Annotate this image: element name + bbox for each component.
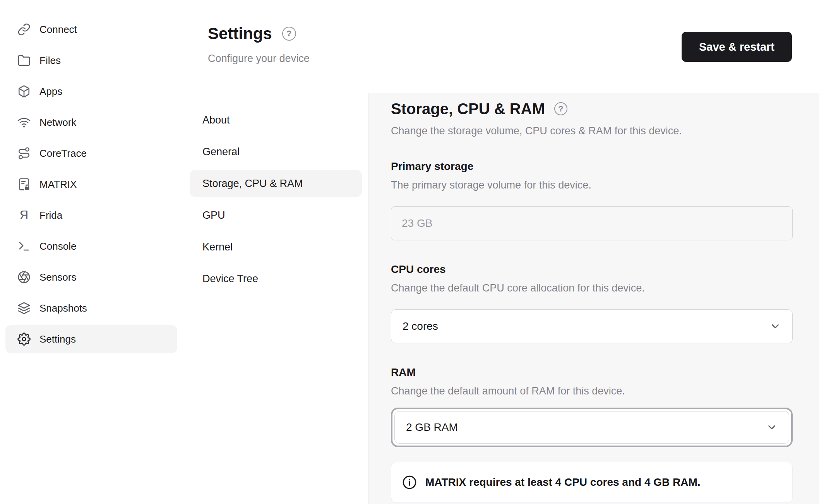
- sidebar-item-apps[interactable]: Apps: [5, 77, 177, 105]
- cpu-cores-description: Change the default CPU core allocation f…: [391, 281, 793, 295]
- ram-value: 2 GB RAM: [406, 421, 458, 434]
- subnav-item-about[interactable]: About: [190, 106, 362, 134]
- chevron-down-icon: [769, 321, 781, 332]
- primary-storage-description: The primary storage volume for this devi…: [391, 178, 793, 192]
- wifi-icon: [17, 116, 31, 129]
- panel-description: Change the storage volume, CPU cores & R…: [391, 124, 793, 137]
- sidebar-item-label: Connect: [39, 24, 77, 36]
- route-icon: [17, 147, 31, 160]
- storage-cpu-ram-panel: Storage, CPU & RAM ? Change the storage …: [369, 93, 819, 504]
- sidebar-item-connect[interactable]: Connect: [5, 15, 177, 43]
- layers-icon: [17, 302, 31, 315]
- page-subtitle: Configure your device: [208, 53, 310, 65]
- link-icon: [17, 23, 31, 36]
- save-restart-button[interactable]: Save & restart: [682, 32, 792, 62]
- subnav-item-device-tree[interactable]: Device Tree: [190, 265, 362, 292]
- page-title: Settings: [208, 24, 272, 43]
- sidebar-item-label: Snapshots: [39, 302, 87, 314]
- cpu-cores-value: 2 cores: [403, 320, 438, 333]
- settings-help-icon[interactable]: ?: [282, 27, 296, 41]
- box-icon: [17, 85, 31, 98]
- subnav-item-storage-cpu-ram[interactable]: Storage, CPU & RAM: [190, 170, 362, 197]
- sidebar-item-snapshots[interactable]: Snapshots: [5, 294, 177, 322]
- matrix-requirements-notice: MATRIX requires at least 4 CPU cores and…: [391, 462, 793, 503]
- sidebar-item-label: Files: [39, 55, 61, 67]
- settings-content: About General Storage, CPU & RAM GPU Ker…: [183, 93, 819, 504]
- info-icon: [402, 475, 417, 490]
- ram-select[interactable]: 2 GB RAM: [394, 411, 789, 444]
- sidebar-item-label: Console: [39, 240, 76, 252]
- sidebar-item-sensors[interactable]: Sensors: [5, 263, 177, 291]
- subnav-item-gpu[interactable]: GPU: [190, 202, 362, 229]
- subnav-item-general[interactable]: General: [190, 138, 362, 165]
- cpu-cores-select[interactable]: 2 cores: [391, 309, 793, 343]
- sidebar-item-label: Frida: [39, 209, 62, 221]
- storage-help-icon[interactable]: ?: [554, 102, 567, 115]
- gear-icon: [17, 333, 31, 346]
- sidebar-item-label: Settings: [39, 333, 76, 345]
- cpu-cores-label: CPU cores: [391, 263, 793, 276]
- primary-storage-label: Primary storage: [391, 160, 793, 173]
- ram-label: RAM: [391, 366, 793, 379]
- page-header: Settings ? Configure your device Save & …: [183, 0, 819, 93]
- app-root: Connect Files Apps Network CoreTrace: [0, 0, 819, 504]
- document-lock-icon: [17, 178, 31, 191]
- panel-heading: Storage, CPU & RAM: [391, 99, 545, 118]
- sidebar-item-matrix[interactable]: MATRIX: [5, 170, 177, 198]
- primary-storage-field: Primary storage The primary storage volu…: [391, 160, 793, 240]
- settings-subnav: About General Storage, CPU & RAM GPU Ker…: [183, 93, 369, 504]
- sidebar-item-files[interactable]: Files: [5, 46, 177, 74]
- sidebar-item-label: MATRIX: [39, 178, 77, 190]
- sidebar-item-coretrace[interactable]: CoreTrace: [5, 139, 177, 167]
- sidebar-item-label: Sensors: [39, 271, 76, 283]
- aperture-icon: [17, 271, 31, 284]
- chevron-down-icon: [766, 422, 778, 433]
- sidebar-item-frida[interactable]: Я Frida: [5, 201, 177, 229]
- primary-storage-input[interactable]: [391, 206, 793, 240]
- notice-text: MATRIX requires at least 4 CPU cores and…: [425, 476, 701, 489]
- sidebar-item-label: CoreTrace: [39, 147, 87, 159]
- folder-icon: [17, 54, 31, 67]
- title-block: Settings ? Configure your device: [208, 24, 310, 65]
- main-column: Settings ? Configure your device Save & …: [183, 0, 819, 504]
- sidebar-item-label: Network: [39, 117, 76, 129]
- subnav-item-kernel[interactable]: Kernel: [190, 233, 362, 261]
- sidebar-item-network[interactable]: Network: [5, 108, 177, 136]
- ram-select-focus-ring: 2 GB RAM: [391, 408, 793, 447]
- ram-field: RAM Change the default amount of RAM for…: [391, 366, 793, 447]
- terminal-icon: [17, 240, 31, 253]
- sidebar-item-settings[interactable]: Settings: [5, 325, 177, 353]
- sidebar: Connect Files Apps Network CoreTrace: [0, 0, 183, 504]
- sidebar-item-label: Apps: [39, 86, 62, 98]
- sidebar-item-console[interactable]: Console: [5, 232, 177, 260]
- frida-icon: Я: [17, 209, 31, 222]
- ram-description: Change the default amount of RAM for thi…: [391, 384, 793, 398]
- cpu-cores-field: CPU cores Change the default CPU core al…: [391, 263, 793, 343]
